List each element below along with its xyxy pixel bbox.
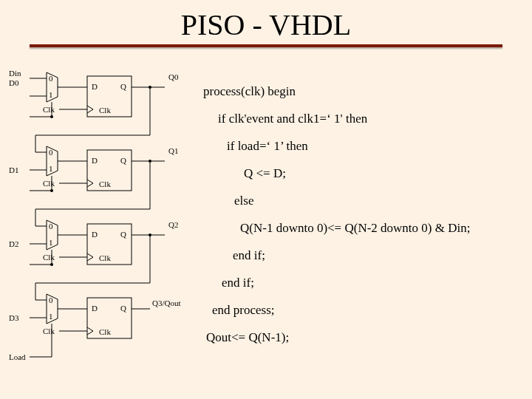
svg-point-5 <box>50 115 53 118</box>
piso-circuit-diagram: 0 1 Din D0 D Q Clk Clk Q0 <box>6 65 188 372</box>
code-line: process(clk) begin <box>203 85 470 98</box>
q1-label: Q1 <box>168 146 178 155</box>
mux-1-label: 1 <box>49 238 53 247</box>
d2-label: D2 <box>9 239 18 248</box>
ff-clk-label: Clk <box>99 327 111 336</box>
ff-clk-label: Clk <box>99 180 111 188</box>
q3-qout-label: Q3/Qout <box>152 299 181 307</box>
code-line: end process; <box>212 304 470 316</box>
mux-0-label: 0 <box>49 296 53 304</box>
mux-0-label: 0 <box>49 148 53 157</box>
code-line: Qout<= Q(N-1); <box>206 331 470 344</box>
ff-q-label: Q <box>120 156 126 165</box>
title-underline <box>30 44 502 47</box>
ff-d-label: D <box>92 304 98 313</box>
clk-label: Clk <box>43 327 55 335</box>
clk-label: Clk <box>43 105 55 114</box>
ff-d-label: D <box>92 156 98 165</box>
mux-0-label: 0 <box>49 222 53 231</box>
mux-0-label: 0 <box>49 74 53 83</box>
ff-clk-label: Clk <box>99 253 111 262</box>
d0-label: D0 <box>9 78 19 87</box>
ff-q-label: Q <box>120 82 126 91</box>
ff-q-label: Q <box>120 230 126 239</box>
mux-1-label: 1 <box>49 312 53 321</box>
clk-label: Clk <box>43 253 55 262</box>
vhdl-code: process(clk) begin if clk'event and clk1… <box>203 85 470 358</box>
mux-1-label: 1 <box>49 90 53 99</box>
q0-label: Q0 <box>168 72 179 81</box>
mux-1-label: 1 <box>49 164 53 173</box>
code-line: if load=‘ 1’ then <box>227 140 470 152</box>
code-line: Q(N-1 downto 0)<= Q(N-2 downto 0) & Din; <box>240 222 470 234</box>
din-label: Din <box>9 69 21 78</box>
svg-point-25 <box>50 263 53 266</box>
svg-point-15 <box>50 189 53 192</box>
ff-q-label: Q <box>120 304 126 313</box>
clk-label: Clk <box>43 179 55 188</box>
load-label: Load <box>9 352 26 361</box>
ff-clk-label: Clk <box>99 106 111 115</box>
d1-label: D1 <box>9 166 18 174</box>
slide-title: PISO - VHDL <box>0 7 532 42</box>
q2-label: Q2 <box>168 220 178 229</box>
ff-d-label: D <box>92 82 98 91</box>
code-line: end if; <box>233 249 470 262</box>
code-line: Q <= D; <box>244 167 470 180</box>
d3-label: D3 <box>9 313 19 322</box>
code-line: else <box>234 194 470 207</box>
ff-d-label: D <box>92 230 98 239</box>
code-line: end if; <box>222 276 470 289</box>
code-line: if clk'event and clk1=‘ 1' then <box>218 112 470 125</box>
